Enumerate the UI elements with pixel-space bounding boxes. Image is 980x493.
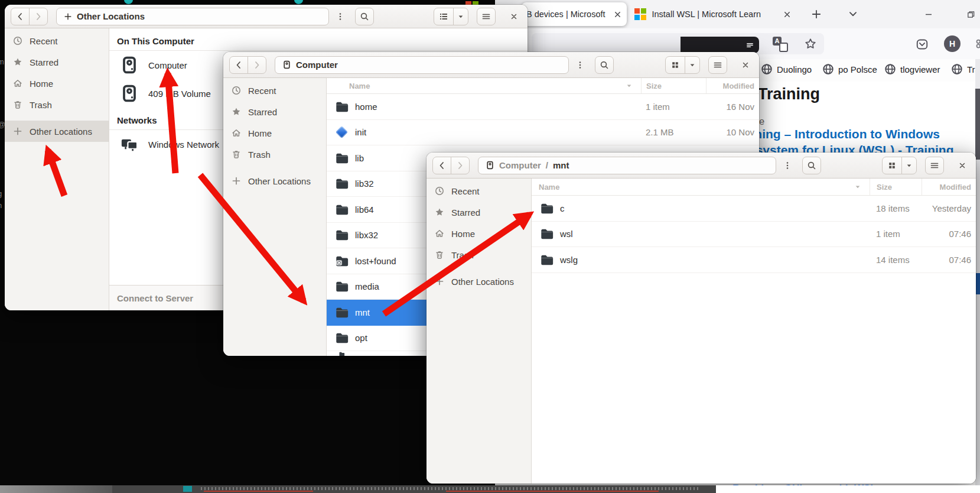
search-button[interactable] xyxy=(355,8,374,25)
sidebar-item-starred[interactable]: Starred xyxy=(5,51,109,73)
pocket-icon[interactable] xyxy=(916,38,929,51)
path-bar[interactable]: Other Locations xyxy=(56,8,329,25)
file-row-c[interactable]: c 18 items Yesterday xyxy=(532,196,976,222)
sidebar-item-recent[interactable]: Recent xyxy=(223,80,326,101)
globe-icon xyxy=(822,63,834,75)
sidebar-item-home[interactable]: Home xyxy=(223,122,326,144)
new-tab-button[interactable] xyxy=(809,7,823,21)
feedback-side-tab[interactable] xyxy=(975,273,980,294)
hamburger-menu-button[interactable] xyxy=(477,8,496,25)
menu-dots-button[interactable] xyxy=(780,157,795,174)
sidebar-item-other-locations[interactable]: Other Locations xyxy=(5,121,109,142)
back-button[interactable] xyxy=(432,157,451,174)
bookmark-po-polsce[interactable]: po Polsce xyxy=(822,63,877,75)
menu-dots-button[interactable] xyxy=(572,56,588,74)
breadcrumb-computer[interactable]: Computer xyxy=(499,160,541,170)
reader-view-icon[interactable] xyxy=(745,41,754,50)
file-row-wsl[interactable]: wsl 1 item 07:46 xyxy=(532,222,976,248)
path-bar[interactable]: Computer xyxy=(275,56,569,74)
column-headers[interactable]: Name Size Modified xyxy=(532,179,976,196)
globe-icon xyxy=(951,63,963,75)
background-glyph: g xyxy=(0,189,2,198)
sidebar-item-trash[interactable]: Trash xyxy=(223,144,326,165)
sidebar-separator xyxy=(426,265,531,271)
desktop: m@gh B devices | Microsoft Install WSL |… xyxy=(0,0,980,493)
tab-list-chevron-icon[interactable] xyxy=(846,7,860,21)
bookmark-tlogviewer[interactable]: tlogviewer xyxy=(884,63,940,75)
sidebar-item-home[interactable]: Home xyxy=(426,223,531,244)
sidebar-separator xyxy=(5,115,109,121)
folder-icon xyxy=(335,331,349,345)
forward-button[interactable] xyxy=(248,56,266,74)
back-button[interactable] xyxy=(11,8,30,25)
search-button[interactable] xyxy=(595,56,614,74)
sidebar-item-trash[interactable]: Trash xyxy=(426,244,531,265)
header-bar: Computer / mnt xyxy=(426,153,976,179)
restore-window-button[interactable] xyxy=(963,7,978,21)
hamburger-menu-button[interactable] xyxy=(708,56,727,74)
breadcrumb-separator: / xyxy=(546,160,548,170)
tab-title: B devices | Microsoft xyxy=(526,9,608,19)
window-close-button[interactable] xyxy=(955,157,970,174)
sidebar-item-starred[interactable]: Starred xyxy=(426,202,531,223)
window-close-button[interactable] xyxy=(506,8,522,25)
list-view-button[interactable] xyxy=(434,8,454,25)
hamburger-menu-button[interactable] xyxy=(925,157,944,174)
bookmark-star-icon[interactable] xyxy=(805,38,816,50)
home-icon xyxy=(232,128,241,138)
sidebar-separator xyxy=(223,165,326,170)
sidebar-item-label: Other Locations xyxy=(30,127,92,137)
globe-icon xyxy=(761,63,773,75)
location-name: Computer xyxy=(148,60,187,70)
folder-icon xyxy=(335,151,349,165)
back-button[interactable] xyxy=(229,56,248,74)
column-headers[interactable]: Name Size Modified xyxy=(327,78,759,94)
trash-icon xyxy=(232,150,241,159)
path-bar[interactable]: Computer / mnt xyxy=(478,157,776,174)
file-row-home[interactable]: home 1 item 16 Nov xyxy=(327,94,759,120)
window-close-button[interactable] xyxy=(738,56,753,74)
browser-scrollbar-thumb[interactable] xyxy=(975,89,980,160)
tab-close-icon[interactable] xyxy=(783,10,792,19)
browser-tab-devices[interactable]: B devices | Microsoft xyxy=(522,2,627,26)
forward-button[interactable] xyxy=(29,8,48,25)
search-button[interactable] xyxy=(802,157,821,174)
sidebar-item-label: Other Locations xyxy=(248,176,311,186)
clock-icon xyxy=(435,186,444,196)
forward-button[interactable] xyxy=(451,157,470,174)
folder-icon xyxy=(335,306,349,319)
grid-view-button[interactable] xyxy=(882,157,902,174)
bookmark-label: Duolingo xyxy=(777,64,812,74)
browser-tab-install-wsl[interactable]: Install WSL | Microsoft Learn xyxy=(630,2,796,26)
taskbar-teal-mark xyxy=(183,486,192,492)
account-avatar[interactable]: H xyxy=(944,35,961,52)
menu-dots-button[interactable] xyxy=(333,8,348,25)
sort-caret-icon xyxy=(854,183,861,190)
view-options-caret[interactable] xyxy=(901,157,917,174)
file-modified: 07:46 xyxy=(922,255,976,265)
taskbar-left xyxy=(0,485,112,493)
sidebar-item-label: Home xyxy=(248,128,272,138)
translate-icon[interactable]: A xyxy=(773,37,788,52)
extension-icon[interactable] xyxy=(975,38,980,50)
file-row-wslg[interactable]: wslg 14 items 07:46 xyxy=(532,247,976,273)
sidebar-item-other-locations[interactable]: Other Locations xyxy=(223,170,326,192)
sidebar-item-label: Trash xyxy=(248,150,271,160)
sidebar-item-label: Trash xyxy=(451,250,474,260)
view-options-caret[interactable] xyxy=(685,56,700,74)
tab-close-icon[interactable] xyxy=(613,10,622,19)
view-options-caret[interactable] xyxy=(453,8,468,25)
taskbar-red-mark xyxy=(204,491,313,492)
sidebar-item-trash[interactable]: Trash xyxy=(5,94,109,115)
sidebar-item-recent[interactable]: Recent xyxy=(5,30,109,51)
bookmark-duolingo[interactable]: Duolingo xyxy=(761,63,812,75)
column-name: Name xyxy=(327,82,370,90)
grid-view-button[interactable] xyxy=(665,56,685,74)
file-list-panel: Name Size Modified c 18 items Yesterday … xyxy=(532,179,976,484)
sidebar-item-starred[interactable]: Starred xyxy=(223,101,326,122)
sidebar-item-recent[interactable]: Recent xyxy=(426,180,531,202)
minimize-button[interactable] xyxy=(922,7,936,21)
sidebar-item-home[interactable]: Home xyxy=(5,73,109,94)
file-row-init[interactable]: init 2.1 MB 10 Nov xyxy=(327,120,759,146)
sidebar-item-other-locations[interactable]: Other Locations xyxy=(426,271,531,292)
